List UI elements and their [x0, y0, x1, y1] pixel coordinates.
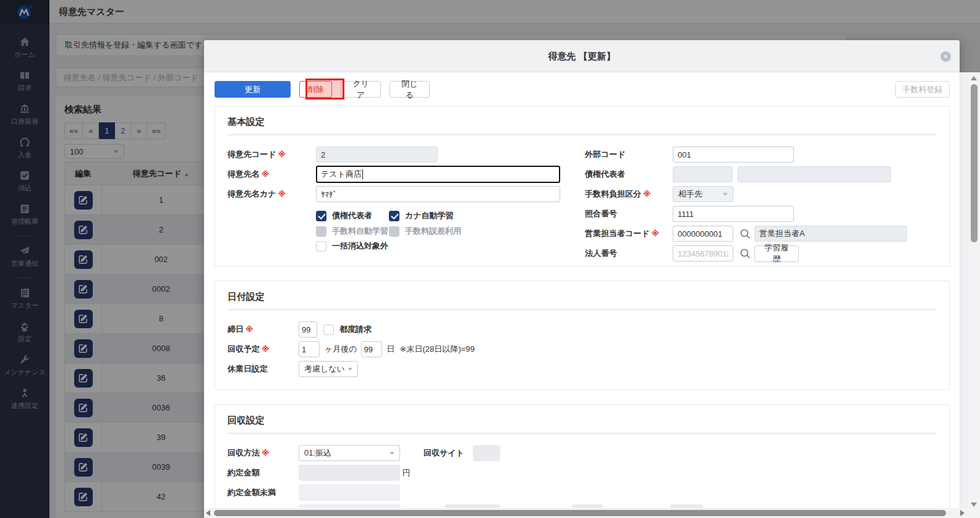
closing-day-input[interactable]: [299, 321, 317, 338]
external-code-input[interactable]: [673, 146, 794, 163]
customer-name-label: 得意先名※: [228, 169, 316, 180]
end-of-month-note: ※末日(28日以降)=99: [400, 344, 475, 355]
corporate-number-label: 法人番号: [585, 248, 673, 259]
scroll-right-icon[interactable]: [960, 510, 965, 516]
closing-day-label: 締日※: [228, 324, 299, 335]
months-after-text: ヶ月後の: [325, 344, 357, 355]
customer-code-label: 得意先コード※: [228, 149, 316, 160]
holiday-setting-label: 休業日設定: [228, 363, 299, 375]
checkbox-label: 債権代表者: [332, 210, 389, 221]
collection-settings-section: 回収設定 回収方法※ 01:振込 回収サイト 約定金額 円 約定金額未満: [215, 404, 950, 518]
agreed-amount-under-field: [299, 485, 400, 501]
search-lookup-icon[interactable]: [739, 228, 751, 239]
schedule-months-input[interactable]: [299, 341, 320, 357]
vertical-scrollbar[interactable]: [968, 72, 980, 518]
section-title: 日付設定: [228, 291, 937, 303]
clear-button[interactable]: クリア: [341, 81, 381, 98]
customer-kana-label: 得意先名カナ※: [228, 189, 316, 200]
matching-number-label: 照合番号: [585, 208, 673, 219]
day-unit-text: 日: [387, 344, 395, 355]
modal-scroll-track[interactable]: [960, 72, 968, 518]
fee-auto-learning-checkbox: [316, 226, 326, 237]
horizontal-scrollbar[interactable]: [204, 508, 968, 518]
section-divider: [228, 309, 937, 310]
collection-site-field: [473, 445, 500, 461]
fee-burden-select[interactable]: 相手先: [673, 186, 733, 202]
checkbox-label: 手数料自動学習: [332, 226, 389, 237]
collection-method-label: 回収方法※: [228, 448, 299, 459]
date-settings-section: 日付設定 締日※ 都度請求 回収予定※ ヶ月後の 日 ※末日(28日以降)=99: [215, 281, 950, 390]
chevron-down-icon: [723, 193, 728, 196]
scroll-left-icon[interactable]: [206, 510, 210, 516]
modal-title: 得意先 【更新】: [204, 40, 960, 72]
checkbox-label: 一括消込対象外: [332, 240, 388, 252]
per-invoice-checkbox[interactable]: [323, 325, 334, 335]
screen: 得意先マスター ホーム 請求 口座振替 入金 消込 管理帳票 営: [0, 0, 980, 518]
vertical-scroll-thumb[interactable]: [971, 84, 978, 242]
credit-rep-name-field: [738, 166, 891, 182]
credit-representative-checkbox[interactable]: [316, 211, 326, 221]
collection-schedule-label: 回収予定※: [228, 344, 299, 355]
horizontal-scroll-thumb[interactable]: [214, 510, 946, 516]
learning-history-button[interactable]: 学習履歴: [754, 245, 799, 262]
bulk-reconcile-exclude-checkbox[interactable]: [316, 241, 326, 252]
delete-button[interactable]: 削除: [299, 81, 332, 98]
external-code-label: 外部コード: [585, 149, 673, 160]
customer-code-field: 2: [316, 146, 438, 163]
fee-register-button[interactable]: 手数料登録: [895, 81, 950, 98]
collection-method-select[interactable]: 01:振込: [299, 445, 400, 461]
customer-kana-input[interactable]: [316, 186, 560, 202]
checkbox-label: 都度請求: [339, 324, 372, 335]
modal-header: 得意先 【更新】 ✕: [204, 40, 960, 72]
sales-rep-code-label: 営業担当者コード※: [585, 228, 673, 239]
basic-settings-section: 基本設定 得意先コード※ 2 得意先名※ テスト商店 得意先名カナ※: [215, 106, 950, 266]
section-title: 回収設定: [228, 415, 937, 427]
sales-rep-code-input[interactable]: [673, 226, 733, 242]
kana-auto-learning-checkbox[interactable]: [389, 211, 399, 221]
corporate-number-input[interactable]: [673, 245, 733, 261]
update-button[interactable]: 更新: [215, 81, 291, 98]
credit-rep-label: 債権代表者: [585, 169, 673, 180]
text-cursor: [362, 169, 363, 179]
credit-rep-code-field: [673, 166, 733, 182]
section-divider: [228, 134, 937, 135]
customer-update-modal: 得意先 【更新】 ✕ 更新 削除 クリア 閉じる 手数料登録 基本設定 得意先コ…: [204, 40, 960, 518]
collection-site-label: 回収サイト: [424, 448, 464, 459]
search-lookup-icon[interactable]: [739, 248, 751, 259]
matching-number-input[interactable]: [673, 206, 794, 222]
chevron-down-icon: [347, 368, 352, 371]
fee-burden-label: 手数料負担区分※: [585, 189, 673, 200]
agreed-amount-label: 約定金額: [228, 467, 299, 478]
customer-name-input[interactable]: テスト商店: [316, 166, 560, 183]
agreed-amount-under-label: 約定金額未満: [228, 487, 299, 498]
close-button[interactable]: 閉じる: [390, 81, 430, 98]
agreed-amount-field: [299, 465, 400, 481]
section-title: 基本設定: [228, 116, 937, 128]
schedule-day-input[interactable]: [361, 341, 382, 357]
chevron-down-icon: [390, 452, 394, 455]
section-divider: [228, 433, 937, 434]
holiday-setting-select[interactable]: 考慮しない: [299, 361, 358, 377]
sales-rep-name-field: 営業担当者A: [754, 226, 907, 242]
fee-error-use-checkbox: [389, 226, 399, 237]
scroll-up-icon[interactable]: [971, 76, 977, 80]
yen-unit-text: 円: [403, 467, 411, 478]
checkbox-label: 手数料誤差利用: [405, 226, 461, 237]
close-icon[interactable]: ✕: [940, 51, 951, 62]
modal-action-bar: 更新 削除 クリア 閉じる 手数料登録: [215, 81, 950, 98]
checkbox-label: カナ自動学習: [405, 210, 454, 221]
scroll-down-icon[interactable]: [971, 503, 977, 507]
